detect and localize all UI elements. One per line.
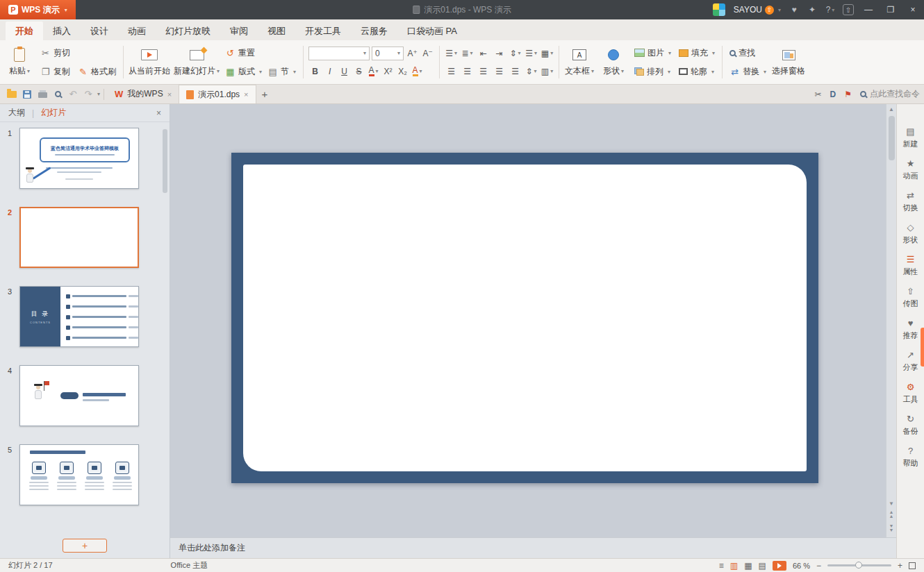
- format-painter-button[interactable]: ✎格式刷: [76, 64, 118, 79]
- superscript-button[interactable]: X²: [381, 65, 395, 78]
- zoom-out-button[interactable]: −: [816, 561, 821, 571]
- slides-tab[interactable]: 幻灯片: [41, 107, 66, 119]
- sidebar-item-tools[interactable]: ⚙工具: [903, 382, 918, 405]
- strikethrough-button[interactable]: S: [352, 65, 365, 78]
- workspace-launch-button[interactable]: ⇧: [839, 0, 857, 19]
- tab-document[interactable]: 演示01.dps ×: [179, 85, 256, 103]
- add-slide-button[interactable]: +: [63, 539, 107, 553]
- find-command-box[interactable]: 点此查找命令: [860, 88, 920, 100]
- gift-icon[interactable]: ✦: [803, 0, 821, 19]
- italic-button[interactable]: I: [323, 65, 336, 78]
- font-family-select[interactable]: ▾: [308, 47, 370, 60]
- notes-toggle-button[interactable]: ≡: [719, 561, 724, 571]
- fill-button[interactable]: 填充▾: [677, 45, 717, 60]
- undo-button[interactable]: ↶: [65, 87, 81, 102]
- shapes-button[interactable]: 形状▾: [598, 43, 629, 82]
- numbering-button[interactable]: ≣▾: [461, 47, 474, 60]
- help-button[interactable]: ? ▾: [821, 0, 839, 19]
- zoom-slider-handle[interactable]: [855, 562, 862, 569]
- panel-scrollbar[interactable]: [163, 129, 167, 533]
- tab-insert[interactable]: 插入: [43, 22, 81, 40]
- sidebar-item-help[interactable]: ?帮助: [903, 446, 918, 469]
- slide-canvas[interactable]: ▲ ▼ ▲▲ ▼▼: [170, 104, 896, 537]
- justify-button[interactable]: ☰: [493, 65, 506, 78]
- slide-thumbnail-1[interactable]: 蓝色简洁通用学术毕业答辩模板: [19, 128, 139, 189]
- new-tab-button[interactable]: +: [256, 88, 274, 100]
- docer-icon[interactable]: D: [830, 90, 836, 99]
- sidebar-item-animation[interactable]: ★动画: [903, 158, 918, 181]
- font-color-button[interactable]: A▾: [367, 65, 380, 78]
- increase-indent-button[interactable]: ⇥: [493, 47, 506, 60]
- reset-button[interactable]: ↺重置: [223, 45, 298, 60]
- notes-area[interactable]: 单击此处添加备注: [170, 537, 896, 558]
- tab-animation[interactable]: 动画: [118, 22, 156, 40]
- reading-view-button[interactable]: ▤: [759, 561, 766, 571]
- close-button[interactable]: ×: [902, 0, 924, 19]
- slide-sorter-button[interactable]: ▦: [744, 561, 752, 571]
- tab-my-wps[interactable]: W 我的WPS ×: [108, 85, 179, 103]
- columns-button[interactable]: ▥▾: [541, 65, 554, 78]
- zoom-in-button[interactable]: +: [898, 561, 902, 571]
- sidebar-item-transition[interactable]: ⇄切换: [903, 190, 918, 213]
- slide-thumbnail-2-selected[interactable]: [19, 207, 139, 268]
- scrollbar-thumb[interactable]: [889, 116, 895, 160]
- sidebar-item-rec[interactable]: ♥推荐: [903, 318, 918, 341]
- sidebar-item-backup[interactable]: ↻备份: [903, 414, 918, 437]
- close-tab-icon[interactable]: ×: [244, 90, 248, 99]
- app-menu-button[interactable]: P WPS 演示 ▾: [0, 0, 76, 19]
- text-effects-button[interactable]: A▾: [411, 65, 424, 78]
- zoom-slider[interactable]: [827, 564, 891, 566]
- scrollbar-thumb[interactable]: [163, 129, 167, 193]
- find-button[interactable]: 查找: [727, 45, 768, 60]
- tab-cloud[interactable]: 云服务: [351, 22, 397, 40]
- fit-window-button[interactable]: [909, 562, 916, 569]
- maximize-button[interactable]: ❐: [880, 0, 902, 19]
- scroll-down-button[interactable]: ▼: [889, 500, 894, 507]
- wps-colorful-logo[interactable]: [713, 3, 725, 16]
- current-slide[interactable]: [231, 153, 818, 483]
- cut-button[interactable]: ✂剪切: [38, 45, 72, 60]
- tab-design[interactable]: 设计: [81, 22, 118, 40]
- slide-thumbnail-3[interactable]: 目 录 CONTENTS: [19, 286, 139, 347]
- open-file-button[interactable]: [4, 87, 19, 102]
- bold-button[interactable]: B: [308, 65, 322, 78]
- slide-content-area[interactable]: [243, 165, 807, 471]
- font-size-select[interactable]: 0▾: [372, 47, 404, 60]
- line-spacing-button[interactable]: ⇕▾: [525, 65, 538, 78]
- sidebar-item-share[interactable]: ↗分享: [903, 350, 918, 373]
- normal-view-button[interactable]: ▥: [730, 561, 738, 571]
- print-button[interactable]: [35, 87, 50, 102]
- save-button[interactable]: [19, 87, 35, 102]
- align-text-button[interactable]: ☰▾: [525, 47, 538, 60]
- skin-icon[interactable]: ♥: [785, 0, 803, 19]
- copy-button[interactable]: ❐复制: [38, 64, 72, 79]
- subscript-button[interactable]: X₂: [396, 65, 409, 78]
- tab-review[interactable]: 审阅: [220, 22, 258, 40]
- tab-home[interactable]: 开始: [6, 22, 43, 40]
- minimize-button[interactable]: —: [857, 0, 880, 19]
- play-from-current-button[interactable]: 从当前开始: [129, 43, 170, 82]
- slide-thumbnail-4[interactable]: [19, 365, 139, 426]
- increase-font-button[interactable]: A⁺: [406, 47, 419, 60]
- hidden-panel-indicator[interactable]: [921, 328, 924, 367]
- bullets-button[interactable]: ☰▾: [445, 47, 458, 60]
- sidebar-item-new[interactable]: ▤新建: [903, 126, 918, 149]
- close-panel-button[interactable]: ×: [156, 108, 161, 118]
- redo-button[interactable]: ↷: [81, 87, 96, 102]
- distribute-button[interactable]: ☰: [509, 65, 522, 78]
- smartart-button[interactable]: ▦▾: [541, 47, 554, 60]
- selection-pane-button[interactable]: 选择窗格: [772, 43, 805, 82]
- align-center-button[interactable]: ☰: [461, 65, 474, 78]
- previous-slide-button[interactable]: ▲▲: [889, 510, 894, 519]
- outline-tab[interactable]: 大纲: [8, 107, 25, 119]
- slide-thumbnail-5[interactable]: [19, 444, 139, 505]
- scroll-up-button[interactable]: ▲: [889, 106, 894, 113]
- textbox-button[interactable]: A 文本框▾: [564, 43, 595, 82]
- paste-button[interactable]: 粘贴▾: [4, 43, 35, 82]
- canvas-scrollbar[interactable]: ▲ ▼ ▲▲ ▼▼: [886, 104, 896, 537]
- close-tab-icon[interactable]: ×: [167, 90, 172, 99]
- quickbar-dropdown[interactable]: ▾: [97, 91, 100, 97]
- tab-view[interactable]: 视图: [258, 22, 295, 40]
- screenshot-tool-icon[interactable]: ✂: [815, 90, 822, 99]
- align-right-button[interactable]: ☰: [477, 65, 490, 78]
